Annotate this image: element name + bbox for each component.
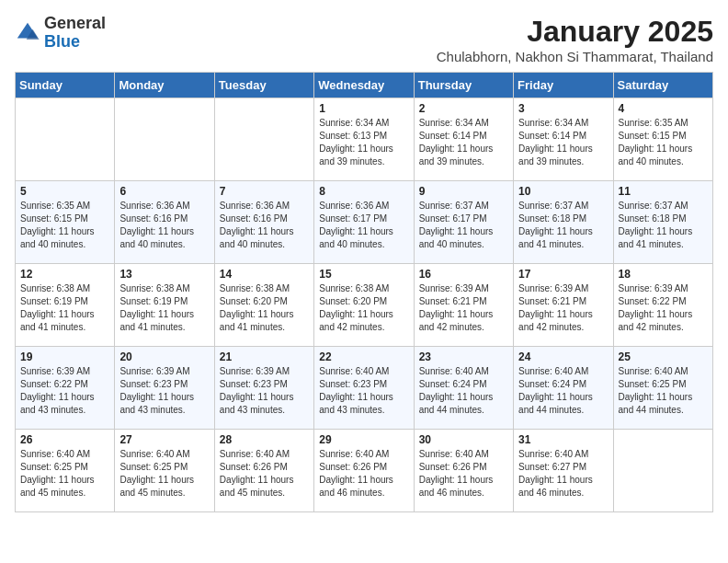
day-info: Sunrise: 6:38 AMSunset: 6:20 PMDaylight:… — [220, 282, 309, 334]
calendar-cell: 10Sunrise: 6:37 AMSunset: 6:18 PMDayligh… — [514, 181, 613, 264]
day-number: 24 — [518, 350, 608, 363]
day-number: 21 — [220, 350, 309, 363]
day-info: Sunrise: 6:39 AMSunset: 6:22 PMDaylight:… — [619, 282, 708, 334]
calendar-cell: 21Sunrise: 6:39 AMSunset: 6:23 PMDayligh… — [214, 347, 313, 430]
column-header-monday: Monday — [115, 73, 214, 98]
day-info: Sunrise: 6:34 AMSunset: 6:14 PMDaylight:… — [518, 117, 608, 168]
day-number: 15 — [319, 268, 408, 281]
day-info: Sunrise: 6:34 AMSunset: 6:14 PMDaylight:… — [419, 117, 508, 168]
page-header: General Blue January 2025 Chulabhorn, Na… — [15, 15, 713, 64]
day-info: Sunrise: 6:39 AMSunset: 6:23 PMDaylight:… — [220, 365, 309, 417]
column-header-thursday: Thursday — [414, 73, 513, 98]
day-number: 11 — [619, 185, 708, 198]
column-header-friday: Friday — [514, 73, 613, 98]
day-info: Sunrise: 6:40 AMSunset: 6:24 PMDaylight:… — [419, 365, 508, 417]
calendar-cell: 17Sunrise: 6:39 AMSunset: 6:21 PMDayligh… — [514, 264, 613, 347]
calendar-cell: 20Sunrise: 6:39 AMSunset: 6:23 PMDayligh… — [115, 347, 214, 430]
day-number: 30 — [419, 433, 508, 446]
calendar-cell: 5Sunrise: 6:35 AMSunset: 6:15 PMDaylight… — [16, 181, 115, 264]
calendar-cell: 28Sunrise: 6:40 AMSunset: 6:26 PMDayligh… — [214, 430, 313, 512]
day-info: Sunrise: 6:39 AMSunset: 6:23 PMDaylight:… — [119, 365, 209, 417]
calendar-cell: 3Sunrise: 6:34 AMSunset: 6:14 PMDaylight… — [514, 98, 613, 181]
day-info: Sunrise: 6:39 AMSunset: 6:21 PMDaylight:… — [419, 282, 508, 334]
day-number: 17 — [518, 268, 608, 281]
day-info: Sunrise: 6:35 AMSunset: 6:15 PMDaylight:… — [619, 117, 708, 168]
calendar-header-row: SundayMondayTuesdayWednesdayThursdayFrid… — [16, 73, 713, 98]
day-number: 7 — [220, 185, 309, 198]
calendar-table: SundayMondayTuesdayWednesdayThursdayFrid… — [15, 72, 713, 512]
logo-icon — [15, 20, 40, 46]
day-number: 6 — [119, 185, 209, 198]
day-info: Sunrise: 6:40 AMSunset: 6:26 PMDaylight:… — [419, 448, 508, 500]
day-number: 18 — [619, 268, 708, 281]
day-info: Sunrise: 6:38 AMSunset: 6:19 PMDaylight:… — [119, 282, 209, 334]
day-number: 12 — [20, 268, 109, 281]
calendar-cell: 16Sunrise: 6:39 AMSunset: 6:21 PMDayligh… — [414, 264, 513, 347]
day-info: Sunrise: 6:37 AMSunset: 6:17 PMDaylight:… — [419, 200, 508, 251]
day-info: Sunrise: 6:36 AMSunset: 6:16 PMDaylight:… — [220, 200, 309, 251]
calendar-cell: 12Sunrise: 6:38 AMSunset: 6:19 PMDayligh… — [16, 264, 115, 347]
week-row-1: 1Sunrise: 6:34 AMSunset: 6:13 PMDaylight… — [16, 98, 713, 181]
day-info: Sunrise: 6:40 AMSunset: 6:25 PMDaylight:… — [119, 448, 209, 500]
day-info: Sunrise: 6:34 AMSunset: 6:13 PMDaylight:… — [319, 117, 408, 168]
calendar-cell — [214, 98, 313, 181]
calendar-cell: 7Sunrise: 6:36 AMSunset: 6:16 PMDaylight… — [214, 181, 313, 264]
column-header-sunday: Sunday — [16, 73, 115, 98]
calendar-cell: 26Sunrise: 6:40 AMSunset: 6:25 PMDayligh… — [16, 430, 115, 512]
calendar-cell: 30Sunrise: 6:40 AMSunset: 6:26 PMDayligh… — [414, 430, 513, 512]
calendar-cell: 2Sunrise: 6:34 AMSunset: 6:14 PMDaylight… — [414, 98, 513, 181]
day-number: 25 — [619, 350, 708, 363]
week-row-5: 26Sunrise: 6:40 AMSunset: 6:25 PMDayligh… — [16, 430, 713, 512]
day-number: 26 — [20, 433, 109, 446]
logo-blue-text: Blue — [44, 32, 80, 51]
day-number: 9 — [419, 185, 508, 198]
day-info: Sunrise: 6:40 AMSunset: 6:26 PMDaylight:… — [220, 448, 309, 500]
day-info: Sunrise: 6:37 AMSunset: 6:18 PMDaylight:… — [619, 200, 708, 251]
day-info: Sunrise: 6:38 AMSunset: 6:19 PMDaylight:… — [20, 282, 109, 334]
calendar-cell: 19Sunrise: 6:39 AMSunset: 6:22 PMDayligh… — [16, 347, 115, 430]
calendar-cell: 14Sunrise: 6:38 AMSunset: 6:20 PMDayligh… — [214, 264, 313, 347]
column-header-saturday: Saturday — [613, 73, 712, 98]
day-number: 28 — [220, 433, 309, 446]
logo-general-text: General — [44, 14, 106, 32]
calendar-cell: 22Sunrise: 6:40 AMSunset: 6:23 PMDayligh… — [314, 347, 414, 430]
week-row-3: 12Sunrise: 6:38 AMSunset: 6:19 PMDayligh… — [16, 264, 713, 347]
day-number: 2 — [419, 102, 508, 115]
day-number: 20 — [119, 350, 209, 363]
week-row-4: 19Sunrise: 6:39 AMSunset: 6:22 PMDayligh… — [16, 347, 713, 430]
day-info: Sunrise: 6:36 AMSunset: 6:16 PMDaylight:… — [119, 200, 209, 251]
calendar-cell: 31Sunrise: 6:40 AMSunset: 6:27 PMDayligh… — [514, 430, 613, 512]
day-number: 16 — [419, 268, 508, 281]
calendar-cell: 15Sunrise: 6:38 AMSunset: 6:20 PMDayligh… — [314, 264, 414, 347]
day-number: 19 — [20, 350, 109, 363]
calendar-cell: 4Sunrise: 6:35 AMSunset: 6:15 PMDaylight… — [613, 98, 712, 181]
day-number: 14 — [220, 268, 309, 281]
day-number: 13 — [119, 268, 209, 281]
day-number: 8 — [319, 185, 408, 198]
day-number: 5 — [20, 185, 109, 198]
week-row-2: 5Sunrise: 6:35 AMSunset: 6:15 PMDaylight… — [16, 181, 713, 264]
day-number: 3 — [518, 102, 608, 115]
day-info: Sunrise: 6:40 AMSunset: 6:27 PMDaylight:… — [518, 448, 608, 500]
day-info: Sunrise: 6:40 AMSunset: 6:26 PMDaylight:… — [319, 448, 408, 500]
day-info: Sunrise: 6:40 AMSunset: 6:25 PMDaylight:… — [619, 365, 708, 417]
day-info: Sunrise: 6:38 AMSunset: 6:20 PMDaylight:… — [319, 282, 408, 334]
day-info: Sunrise: 6:36 AMSunset: 6:17 PMDaylight:… — [319, 200, 408, 251]
calendar-cell: 1Sunrise: 6:34 AMSunset: 6:13 PMDaylight… — [314, 98, 414, 181]
calendar-cell: 25Sunrise: 6:40 AMSunset: 6:25 PMDayligh… — [613, 347, 712, 430]
day-info: Sunrise: 6:40 AMSunset: 6:23 PMDaylight:… — [319, 365, 408, 417]
day-number: 29 — [319, 433, 408, 446]
day-number: 31 — [518, 433, 608, 446]
calendar-cell: 13Sunrise: 6:38 AMSunset: 6:19 PMDayligh… — [115, 264, 214, 347]
column-header-tuesday: Tuesday — [214, 73, 313, 98]
calendar-cell: 29Sunrise: 6:40 AMSunset: 6:26 PMDayligh… — [314, 430, 414, 512]
day-info: Sunrise: 6:40 AMSunset: 6:25 PMDaylight:… — [20, 448, 109, 500]
day-number: 22 — [319, 350, 408, 363]
day-number: 1 — [319, 102, 408, 115]
logo: General Blue — [15, 15, 106, 52]
calendar-cell: 9Sunrise: 6:37 AMSunset: 6:17 PMDaylight… — [414, 181, 513, 264]
day-info: Sunrise: 6:39 AMSunset: 6:21 PMDaylight:… — [518, 282, 608, 334]
column-header-wednesday: Wednesday — [314, 73, 414, 98]
day-info: Sunrise: 6:37 AMSunset: 6:18 PMDaylight:… — [518, 200, 608, 251]
day-number: 10 — [518, 185, 608, 198]
